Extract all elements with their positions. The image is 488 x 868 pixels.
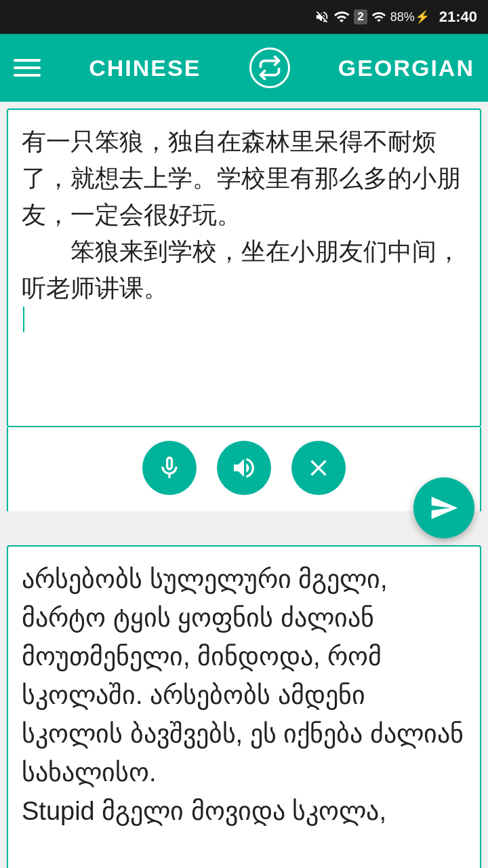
source-panel-wrapper: 有一只笨狼，独自在森林里呆得不耐烦了，就想去上学。学校里有那么多的小朋友，一定会…	[7, 108, 481, 511]
text-cursor	[23, 307, 24, 332]
microphone-button[interactable]	[142, 441, 197, 495]
target-language-label[interactable]: GEORGIAN	[338, 55, 474, 81]
translation-text-panel: არსებობს სულელური მგელი, მარტო ტყის ყოფნ…	[7, 545, 481, 868]
status-time: 21:40	[439, 8, 477, 26]
status-icons: 2 88%⚡ 21:40	[314, 8, 477, 26]
mute-icon	[314, 9, 329, 24]
source-language-label[interactable]: CHINESE	[89, 55, 201, 81]
wifi-icon	[333, 9, 350, 25]
menu-button[interactable]	[14, 59, 41, 77]
battery-percent: 88%	[390, 10, 415, 24]
translate-button[interactable]	[413, 477, 474, 538]
source-text-panel[interactable]: 有一只笨狼，独自在森林里呆得不耐烦了，就想去上学。学校里有那么多的小朋友，一定会…	[7, 108, 481, 427]
clear-icon	[305, 454, 332, 481]
clear-button[interactable]	[291, 441, 346, 495]
translation-text: არსებობს სულელური მგელი, მარტო ტყის ყოფნ…	[22, 560, 466, 831]
nav-bar: CHINESE GEORGIAN	[0, 34, 488, 102]
sim-badge: 2	[354, 9, 367, 24]
microphone-icon	[156, 454, 183, 481]
menu-line-3	[14, 74, 41, 77]
send-icon	[429, 493, 459, 523]
status-bar: 2 88%⚡ 21:40	[0, 0, 488, 34]
menu-line-1	[14, 59, 41, 62]
signal-icon	[371, 9, 386, 24]
speaker-button-source[interactable]	[217, 441, 271, 495]
source-text[interactable]: 有一只笨狼，独自在森林里呆得不耐烦了，就想去上学。学校里有那么多的小朋友，一定会…	[22, 123, 466, 307]
main-content: 有一只笨狼，独自在森林里呆得不耐烦了，就想去上学。学校里有那么多的小朋友，一定会…	[0, 108, 488, 868]
swap-icon	[258, 56, 282, 80]
speaker-icon-source	[230, 454, 258, 481]
source-action-buttons	[7, 427, 481, 511]
battery-indicator: 88%⚡	[390, 9, 430, 24]
menu-line-2	[14, 66, 41, 69]
swap-languages-button[interactable]	[249, 47, 290, 88]
translation-panel-wrapper: არსებობს სულელური მგელი, მარტო ტყის ყოფნ…	[7, 545, 481, 868]
